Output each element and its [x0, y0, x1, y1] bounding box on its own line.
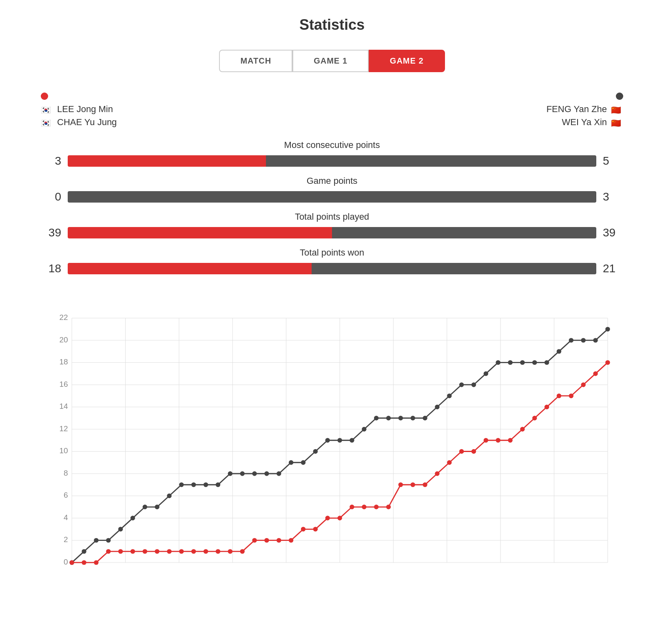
svg-point-97: [277, 538, 281, 543]
svg-point-87: [155, 549, 159, 554]
svg-point-73: [532, 360, 537, 365]
stat-bar-dark-0: [266, 155, 596, 167]
svg-point-51: [264, 471, 269, 476]
stat-left-value-2: 39: [41, 226, 61, 239]
svg-point-86: [143, 549, 147, 554]
stat-left-value-0: 3: [41, 154, 61, 168]
stat-left-value-3: 18: [41, 262, 61, 275]
svg-point-100: [313, 527, 318, 532]
svg-point-120: [557, 393, 561, 398]
chart-container: 0246810121416182022: [24, 300, 640, 585]
player-left-1: 🇰🇷 LEE Jong Min: [41, 104, 117, 115]
svg-point-107: [398, 483, 403, 487]
svg-point-112: [459, 449, 464, 454]
svg-point-88: [167, 549, 171, 554]
team-right: FENG Yan Zhe 🇨🇳 WEI Ya Xin 🇨🇳: [547, 93, 623, 128]
chart-svg: 0246810121416182022: [41, 300, 623, 585]
svg-point-44: [179, 483, 184, 487]
svg-point-106: [386, 505, 391, 509]
stat-label-3: Total points won: [41, 247, 623, 258]
svg-point-89: [179, 549, 184, 554]
flag-kr-1: 🇰🇷: [41, 105, 53, 113]
svg-text:18: 18: [59, 357, 68, 366]
svg-point-122: [581, 382, 585, 387]
flag-cn-2: 🇨🇳: [611, 118, 623, 126]
svg-point-102: [337, 516, 342, 520]
svg-point-70: [496, 360, 500, 365]
svg-point-96: [264, 538, 269, 543]
svg-point-123: [593, 371, 598, 376]
stat-bar-row-0: 35: [41, 154, 623, 168]
svg-point-121: [569, 393, 573, 398]
svg-text:10: 10: [59, 446, 68, 455]
svg-point-78: [593, 338, 598, 342]
svg-point-84: [118, 549, 123, 554]
svg-point-48: [228, 471, 232, 476]
stat-right-value-1: 3: [603, 190, 623, 203]
svg-point-56: [325, 438, 330, 443]
tab-game1[interactable]: GAME 1: [292, 50, 369, 72]
svg-point-59: [362, 427, 366, 431]
svg-text:2: 2: [64, 535, 68, 544]
svg-point-64: [423, 416, 427, 420]
flag-cn-1: 🇨🇳: [611, 105, 623, 113]
svg-point-81: [82, 560, 86, 565]
tabs-container: MATCH GAME 1 GAME 2: [24, 50, 640, 72]
svg-point-50: [252, 471, 257, 476]
svg-point-92: [216, 549, 220, 554]
svg-point-110: [435, 471, 439, 476]
svg-point-75: [557, 349, 561, 353]
stat-left-value-1: 0: [41, 190, 61, 203]
svg-point-72: [520, 360, 525, 365]
left-team-dot: [41, 93, 48, 100]
svg-point-52: [277, 471, 281, 476]
svg-point-94: [240, 549, 244, 554]
tab-match[interactable]: MATCH: [219, 50, 292, 72]
stat-bar-red-0: [68, 155, 266, 167]
svg-text:6: 6: [64, 491, 68, 499]
svg-point-124: [605, 360, 610, 365]
svg-text:22: 22: [59, 313, 68, 322]
player-right-2: WEI Ya Xin 🇨🇳: [562, 117, 623, 128]
svg-point-82: [94, 560, 98, 565]
tab-game2[interactable]: GAME 2: [369, 50, 445, 72]
svg-point-108: [410, 483, 415, 487]
stat-bar-dark-2: [332, 227, 596, 238]
svg-point-77: [581, 338, 585, 342]
svg-point-41: [143, 505, 147, 509]
stat-bar-row-3: 1821: [41, 262, 623, 275]
svg-point-55: [313, 449, 318, 454]
player-name-left-1: LEE Jong Min: [57, 104, 113, 115]
svg-point-98: [289, 538, 293, 543]
svg-point-99: [301, 527, 305, 532]
svg-text:4: 4: [64, 513, 68, 522]
team-left: 🇰🇷 LEE Jong Min 🇰🇷 CHAE Yu Jung: [41, 93, 117, 128]
svg-point-47: [216, 483, 220, 487]
svg-point-79: [605, 327, 610, 331]
stat-block-0: Most consecutive points35: [41, 140, 623, 168]
svg-point-74: [544, 360, 549, 365]
svg-point-36: [82, 549, 86, 554]
svg-point-58: [350, 438, 354, 443]
stat-bar-red-3: [68, 263, 312, 274]
svg-point-53: [289, 460, 293, 465]
svg-point-62: [398, 416, 403, 420]
svg-point-49: [240, 471, 244, 476]
svg-point-117: [520, 427, 525, 431]
svg-point-91: [204, 549, 208, 554]
svg-point-118: [532, 416, 537, 420]
svg-point-66: [447, 393, 452, 398]
svg-point-39: [118, 527, 123, 532]
svg-point-116: [508, 438, 512, 443]
svg-point-67: [459, 382, 464, 387]
player-name-left-2: CHAE Yu Jung: [57, 117, 117, 128]
svg-point-76: [569, 338, 573, 342]
svg-point-63: [410, 416, 415, 420]
svg-point-80: [69, 560, 74, 565]
stat-bar-dark-1: [68, 191, 596, 203]
stat-bar-0: [68, 155, 596, 167]
svg-point-69: [484, 371, 488, 376]
svg-point-46: [204, 483, 208, 487]
player-right-1: FENG Yan Zhe 🇨🇳: [547, 104, 623, 115]
svg-point-113: [471, 449, 476, 454]
